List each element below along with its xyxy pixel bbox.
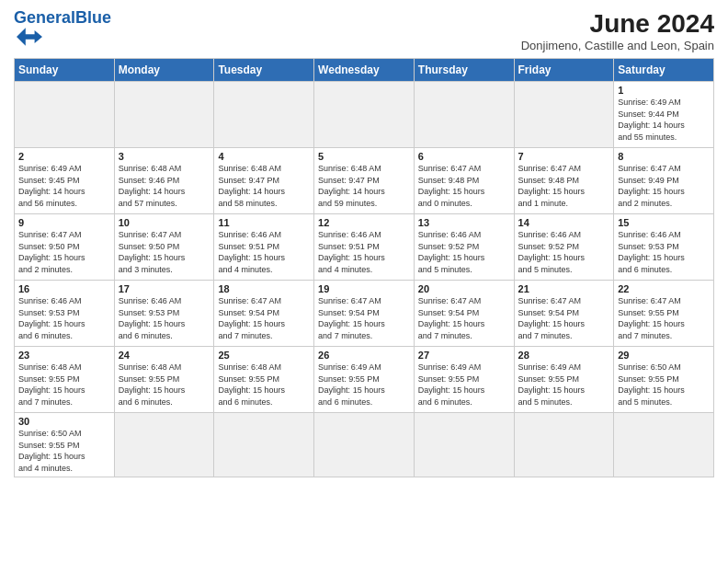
calendar-body: 1Sunrise: 6:49 AMSunset: 9:44 PMDaylight…	[15, 82, 714, 477]
month-title: June 2024	[521, 9, 714, 39]
calendar-page: GeneralBlue June 2024 Donjimeno, Castill…	[0, 0, 728, 487]
day-info: Sunrise: 6:47 AMSunset: 9:50 PMDaylight:…	[119, 229, 210, 275]
week-row-3: 16Sunrise: 6:46 AMSunset: 9:53 PMDayligh…	[15, 281, 714, 347]
day-number: 19	[318, 283, 410, 294]
header-cell-tuesday: Tuesday	[214, 59, 314, 82]
day-number: 9	[18, 217, 110, 228]
day-info: Sunrise: 6:46 AMSunset: 9:52 PMDaylight:…	[518, 229, 610, 275]
week-row-2: 9Sunrise: 6:47 AMSunset: 9:50 PMDaylight…	[15, 214, 714, 281]
logo-icon	[17, 26, 42, 48]
day-info: Sunrise: 6:48 AMSunset: 9:47 PMDaylight:…	[218, 163, 310, 209]
day-cell: 25Sunrise: 6:48 AMSunset: 9:55 PMDayligh…	[214, 347, 314, 413]
day-number: 24	[119, 350, 210, 361]
day-cell	[314, 413, 415, 477]
header-cell-sunday: Sunday	[15, 59, 115, 82]
day-info: Sunrise: 6:46 AMSunset: 9:52 PMDaylight:…	[418, 229, 510, 275]
header-cell-saturday: Saturday	[614, 59, 714, 82]
day-cell	[15, 82, 115, 148]
day-info: Sunrise: 6:49 AMSunset: 9:55 PMDaylight:…	[418, 362, 510, 408]
day-cell	[214, 82, 314, 148]
day-number: 28	[518, 350, 610, 361]
day-info: Sunrise: 6:50 AMSunset: 9:55 PMDaylight:…	[18, 428, 110, 474]
day-cell: 19Sunrise: 6:47 AMSunset: 9:54 PMDayligh…	[314, 281, 415, 347]
day-cell: 2Sunrise: 6:49 AMSunset: 9:45 PMDaylight…	[15, 148, 115, 214]
day-cell: 12Sunrise: 6:46 AMSunset: 9:51 PMDayligh…	[314, 214, 415, 281]
day-number: 30	[18, 416, 110, 427]
day-info: Sunrise: 6:49 AMSunset: 9:44 PMDaylight:…	[618, 97, 710, 143]
day-cell	[114, 413, 214, 477]
day-number: 1	[618, 85, 710, 96]
day-number: 18	[218, 283, 310, 294]
day-cell	[214, 413, 314, 477]
day-number: 23	[18, 350, 110, 361]
day-number: 8	[618, 151, 710, 162]
day-info: Sunrise: 6:47 AMSunset: 9:48 PMDaylight:…	[518, 163, 610, 209]
day-cell	[414, 413, 514, 477]
day-info: Sunrise: 6:48 AMSunset: 9:55 PMDaylight:…	[18, 362, 110, 408]
day-number: 5	[318, 151, 410, 162]
title-area: June 2024 Donjimeno, Castille and Leon, …	[521, 9, 714, 52]
day-info: Sunrise: 6:48 AMSunset: 9:46 PMDaylight:…	[119, 163, 210, 209]
day-info: Sunrise: 6:47 AMSunset: 9:55 PMDaylight:…	[618, 295, 710, 341]
week-row-4: 23Sunrise: 6:48 AMSunset: 9:55 PMDayligh…	[15, 347, 714, 413]
day-cell: 1Sunrise: 6:49 AMSunset: 9:44 PMDaylight…	[614, 82, 714, 148]
day-cell: 7Sunrise: 6:47 AMSunset: 9:48 PMDaylight…	[514, 148, 614, 214]
day-number: 14	[518, 217, 610, 228]
day-number: 6	[418, 151, 510, 162]
day-cell: 11Sunrise: 6:46 AMSunset: 9:51 PMDayligh…	[214, 214, 314, 281]
day-info: Sunrise: 6:47 AMSunset: 9:54 PMDaylight:…	[218, 295, 310, 341]
day-info: Sunrise: 6:49 AMSunset: 9:55 PMDaylight:…	[518, 362, 610, 408]
day-cell: 13Sunrise: 6:46 AMSunset: 9:52 PMDayligh…	[414, 214, 514, 281]
subtitle: Donjimeno, Castille and Leon, Spain	[521, 39, 714, 52]
week-row-1: 2Sunrise: 6:49 AMSunset: 9:45 PMDaylight…	[15, 148, 714, 214]
day-info: Sunrise: 6:47 AMSunset: 9:54 PMDaylight:…	[518, 295, 610, 341]
header-cell-thursday: Thursday	[414, 59, 514, 82]
day-cell: 17Sunrise: 6:46 AMSunset: 9:53 PMDayligh…	[114, 281, 214, 347]
day-number: 22	[618, 283, 710, 294]
header-row: SundayMondayTuesdayWednesdayThursdayFrid…	[15, 59, 714, 82]
day-number: 17	[119, 283, 210, 294]
header-cell-friday: Friday	[514, 59, 614, 82]
day-number: 11	[218, 217, 310, 228]
day-cell: 9Sunrise: 6:47 AMSunset: 9:50 PMDaylight…	[15, 214, 115, 281]
day-number: 7	[518, 151, 610, 162]
day-cell	[514, 82, 614, 148]
day-info: Sunrise: 6:48 AMSunset: 9:47 PMDaylight:…	[318, 163, 410, 209]
day-info: Sunrise: 6:47 AMSunset: 9:54 PMDaylight:…	[318, 295, 410, 341]
day-number: 20	[418, 283, 510, 294]
day-info: Sunrise: 6:49 AMSunset: 9:45 PMDaylight:…	[18, 163, 110, 209]
header-cell-wednesday: Wednesday	[314, 59, 415, 82]
day-cell: 29Sunrise: 6:50 AMSunset: 9:55 PMDayligh…	[614, 347, 714, 413]
day-cell: 10Sunrise: 6:47 AMSunset: 9:50 PMDayligh…	[114, 214, 214, 281]
day-number: 29	[618, 350, 710, 361]
day-info: Sunrise: 6:48 AMSunset: 9:55 PMDaylight:…	[119, 362, 210, 408]
calendar-header: SundayMondayTuesdayWednesdayThursdayFrid…	[15, 59, 714, 82]
day-number: 2	[18, 151, 110, 162]
day-cell: 24Sunrise: 6:48 AMSunset: 9:55 PMDayligh…	[114, 347, 214, 413]
day-number: 3	[119, 151, 210, 162]
day-cell	[114, 82, 214, 148]
day-cell: 21Sunrise: 6:47 AMSunset: 9:54 PMDayligh…	[514, 281, 614, 347]
svg-marker-0	[17, 28, 42, 46]
day-number: 27	[418, 350, 510, 361]
day-number: 4	[218, 151, 310, 162]
day-cell: 23Sunrise: 6:48 AMSunset: 9:55 PMDayligh…	[15, 347, 115, 413]
day-number: 26	[318, 350, 410, 361]
day-cell: 20Sunrise: 6:47 AMSunset: 9:54 PMDayligh…	[414, 281, 514, 347]
day-number: 25	[218, 350, 310, 361]
day-info: Sunrise: 6:48 AMSunset: 9:55 PMDaylight:…	[218, 362, 310, 408]
day-cell: 26Sunrise: 6:49 AMSunset: 9:55 PMDayligh…	[314, 347, 415, 413]
day-cell: 4Sunrise: 6:48 AMSunset: 9:47 PMDaylight…	[214, 148, 314, 214]
day-number: 13	[418, 217, 510, 228]
day-number: 10	[119, 217, 210, 228]
logo-text: GeneralBlue	[14, 9, 111, 26]
day-info: Sunrise: 6:47 AMSunset: 9:50 PMDaylight:…	[18, 229, 110, 275]
day-info: Sunrise: 6:46 AMSunset: 9:53 PMDaylight:…	[618, 229, 710, 275]
day-info: Sunrise: 6:50 AMSunset: 9:55 PMDaylight:…	[618, 362, 710, 408]
day-info: Sunrise: 6:47 AMSunset: 9:54 PMDaylight:…	[418, 295, 510, 341]
day-cell	[314, 82, 415, 148]
day-number: 16	[18, 283, 110, 294]
day-cell	[614, 413, 714, 477]
day-info: Sunrise: 6:47 AMSunset: 9:48 PMDaylight:…	[418, 163, 510, 209]
day-info: Sunrise: 6:46 AMSunset: 9:51 PMDaylight:…	[218, 229, 310, 275]
